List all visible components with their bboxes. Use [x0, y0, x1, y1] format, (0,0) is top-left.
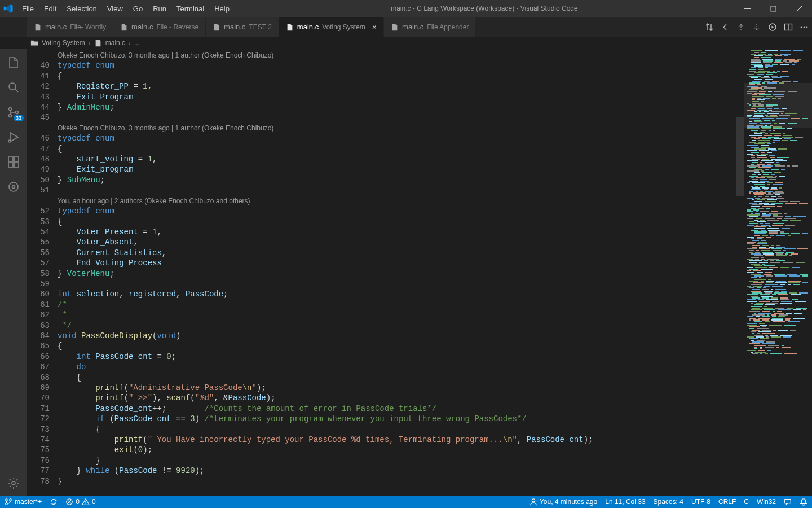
- breadcrumb[interactable]: Voting System › main.c › ...: [0, 37, 812, 49]
- menu-selection[interactable]: Selection: [61, 1, 102, 16]
- menu-bar: File Edit Selection View Go Run Terminal…: [17, 1, 235, 16]
- tab-desc: TEST 2: [249, 23, 271, 31]
- svg-rect-14: [14, 157, 19, 161]
- status-cursor[interactable]: Ln 11, Col 33: [605, 498, 645, 506]
- run-icon[interactable]: [768, 23, 777, 32]
- tab-mainc-voting-system[interactable]: main.c Voting System ×: [279, 17, 384, 37]
- svg-point-19: [6, 503, 8, 505]
- tab-mainc-file-appender[interactable]: main.c File Appender: [384, 17, 476, 37]
- status-language[interactable]: C: [744, 498, 749, 506]
- status-sync[interactable]: [50, 498, 58, 506]
- breadcrumb-part[interactable]: main.c: [105, 39, 125, 47]
- svg-rect-0: [771, 6, 776, 11]
- tab-desc: Voting System: [322, 23, 365, 31]
- error-icon: [65, 498, 73, 506]
- title-bar: File Edit Selection View Go Run Terminal…: [0, 0, 812, 17]
- scrollbar-thumb[interactable]: [736, 117, 744, 196]
- tab-mainc-wordly[interactable]: main.c File- Wordly: [27, 17, 113, 37]
- line-number-gutter: 404142434445 464748495051 52535455565758…: [27, 49, 58, 496]
- svg-rect-12: [8, 163, 13, 167]
- file-icon: [286, 23, 294, 31]
- more-actions-icon[interactable]: [800, 23, 809, 32]
- warning-count: 0: [92, 498, 96, 506]
- file-icon: [94, 39, 102, 47]
- sync-icon: [50, 498, 58, 506]
- status-blame[interactable]: You, 4 minutes ago: [529, 498, 597, 506]
- source-control-icon[interactable]: [7, 106, 20, 119]
- window-close-button[interactable]: [786, 0, 812, 17]
- editor-area[interactable]: 404142434445 464748495051 52535455565758…: [27, 49, 812, 496]
- tab-label: main.c: [402, 23, 423, 31]
- status-problems[interactable]: 0 0: [65, 498, 95, 506]
- menu-view[interactable]: View: [102, 1, 128, 16]
- tab-mainc-test2[interactable]: main.c TEST 2: [206, 17, 279, 37]
- status-eol[interactable]: CRLF: [718, 498, 736, 506]
- warning-icon: [82, 498, 90, 506]
- run-debug-icon[interactable]: [7, 130, 20, 144]
- status-encoding[interactable]: UTF-8: [691, 498, 710, 506]
- git-branch-icon: [5, 498, 12, 506]
- svg-point-20: [10, 499, 12, 501]
- tab-label: main.c: [224, 23, 245, 31]
- vertical-scrollbar[interactable]: [736, 49, 744, 496]
- breadcrumb-part[interactable]: ...: [134, 39, 140, 47]
- window-minimize-button[interactable]: [734, 0, 760, 17]
- error-count: 0: [76, 498, 80, 506]
- menu-terminal[interactable]: Terminal: [171, 1, 209, 16]
- window-maximize-button[interactable]: [760, 0, 786, 17]
- svg-point-22: [532, 499, 535, 502]
- status-platform[interactable]: Win32: [757, 498, 776, 506]
- activity-bar: [0, 49, 27, 496]
- file-icon: [213, 23, 220, 31]
- tab-desc: File- Wordly: [70, 23, 106, 31]
- extensions-icon[interactable]: [7, 155, 20, 169]
- breadcrumb-part[interactable]: Voting System: [42, 39, 85, 47]
- prev-change-icon[interactable]: [736, 23, 745, 32]
- svg-point-7: [9, 108, 12, 111]
- code-content[interactable]: Okeke Enoch Chibuzo, 3 months ago | 1 au…: [58, 49, 744, 496]
- status-notifications[interactable]: [800, 498, 807, 506]
- chevron-right-icon: ›: [129, 39, 131, 47]
- file-icon: [120, 23, 128, 31]
- svg-point-16: [12, 186, 15, 189]
- menu-go[interactable]: Go: [128, 1, 148, 16]
- chevron-right-icon: ›: [89, 39, 91, 47]
- svg-point-15: [9, 182, 18, 191]
- tab-label: main.c: [297, 23, 319, 31]
- branch-name: master*+: [15, 498, 42, 506]
- gitlens-icon[interactable]: [7, 180, 20, 194]
- minimap[interactable]: [744, 49, 812, 496]
- person-icon: [529, 498, 537, 506]
- split-editor-icon[interactable]: [784, 23, 793, 32]
- svg-point-8: [9, 115, 12, 117]
- menu-run[interactable]: Run: [148, 1, 171, 16]
- folder-icon: [30, 39, 38, 47]
- menu-edit[interactable]: Edit: [39, 1, 61, 16]
- compare-changes-icon[interactable]: [705, 23, 714, 32]
- status-branch[interactable]: master*+: [5, 498, 42, 506]
- gear-icon[interactable]: [7, 476, 20, 490]
- tab-desc: File - Reverse: [156, 23, 198, 31]
- svg-point-6: [9, 83, 16, 90]
- search-icon[interactable]: [7, 81, 20, 94]
- go-back-icon[interactable]: [721, 23, 730, 32]
- tab-desc: File Appender: [427, 23, 469, 31]
- close-icon[interactable]: ×: [372, 23, 377, 32]
- svg-point-5: [806, 26, 808, 28]
- svg-point-10: [8, 140, 11, 142]
- tab-label: main.c: [131, 23, 153, 31]
- status-feedback[interactable]: [784, 498, 792, 506]
- minimap-slider[interactable]: [744, 83, 812, 128]
- tab-mainc-reverse[interactable]: main.c File - Reverse: [113, 17, 206, 37]
- editor-tabs: main.c File- Wordly main.c File - Revers…: [0, 17, 812, 37]
- menu-help[interactable]: Help: [209, 1, 235, 16]
- next-change-icon[interactable]: [752, 23, 761, 32]
- explorer-icon[interactable]: [7, 56, 20, 69]
- status-bar: master*+ 0 0 You, 4 minutes ago Ln 11, C…: [0, 496, 812, 508]
- menu-file[interactable]: File: [17, 1, 39, 16]
- status-spaces[interactable]: Spaces: 4: [654, 498, 683, 506]
- file-icon: [391, 23, 399, 31]
- svg-point-9: [16, 111, 19, 114]
- vscode-logo-icon: [3, 3, 14, 14]
- blame-text: You, 4 minutes ago: [540, 498, 597, 506]
